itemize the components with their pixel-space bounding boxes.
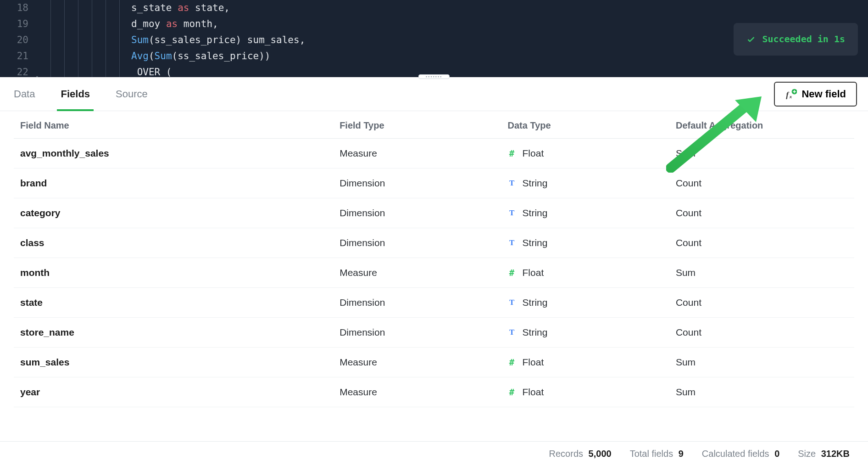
col-field-type[interactable]: Field Type: [333, 111, 501, 139]
metric-records: Records 5,000: [549, 449, 612, 459]
data-type-cell: TString: [501, 288, 669, 318]
data-type-cell: TString: [501, 198, 669, 228]
result-tabs: DataFieldsSource f x New field: [0, 77, 868, 111]
table-row[interactable]: stateDimensionTStringCount: [14, 288, 854, 318]
field-name-cell: state: [14, 288, 333, 318]
data-type-label: String: [523, 208, 548, 219]
editor-line[interactable]: 18s_state as state,: [0, 0, 868, 16]
new-field-button[interactable]: f x New field: [774, 82, 857, 107]
field-type-cell: Measure: [333, 258, 501, 288]
query-status-badge: Succeeded in 1s: [734, 23, 858, 56]
check-icon: [746, 35, 756, 44]
line-number: 18: [0, 0, 41, 16]
field-name-cell: month: [14, 258, 333, 288]
data-type-cell: TString: [501, 228, 669, 258]
line-number: 21: [0, 48, 41, 64]
data-type-label: String: [523, 327, 548, 338]
table-row[interactable]: avg_monthly_salesMeasure#FloatSum: [14, 139, 854, 168]
data-type-cell: TString: [501, 168, 669, 198]
metric-calc-fields: Calculated fields 0: [702, 449, 779, 459]
default-agg-cell: Sum: [669, 258, 854, 288]
sql-editor[interactable]: 18s_state as state,19d_moy as month,20Su…: [0, 0, 868, 77]
status-bar: Records 5,000 Total fields 9 Calculated …: [0, 441, 868, 466]
number-type-icon: #: [508, 357, 516, 367]
number-type-icon: #: [508, 148, 516, 158]
field-type-cell: Dimension: [333, 168, 501, 198]
field-type-cell: Measure: [333, 139, 501, 168]
data-type-cell: #Float: [501, 258, 669, 288]
field-name-cell: class: [14, 228, 333, 258]
string-type-icon: T: [508, 179, 516, 188]
default-agg-cell: Sum: [669, 348, 854, 377]
tab-fields[interactable]: Fields: [61, 77, 90, 111]
data-type-label: Float: [523, 267, 544, 278]
default-agg-cell: Sum: [669, 139, 854, 168]
number-type-icon: #: [508, 268, 516, 278]
metric-size: Size 312KB: [798, 449, 850, 459]
field-name-cell: sum_sales: [14, 348, 333, 377]
data-type-cell: TString: [501, 318, 669, 348]
line-number: 20: [0, 32, 41, 48]
data-type-label: String: [523, 178, 548, 189]
metric-total-fields: Total fields 9: [630, 449, 684, 459]
field-name-cell: brand: [14, 168, 333, 198]
data-type-label: Float: [523, 387, 544, 398]
query-status-text: Succeeded in 1s: [762, 31, 845, 47]
line-number: 22▾: [0, 64, 41, 77]
default-agg-cell: Sum: [669, 377, 854, 407]
fx-plus-icon: f x: [785, 88, 797, 100]
collapse-chevron-icon[interactable]: ▾: [35, 69, 39, 77]
data-type-label: String: [523, 297, 548, 308]
col-data-type[interactable]: Data Type: [501, 111, 669, 139]
default-agg-cell: Count: [669, 228, 854, 258]
data-type-label: Float: [523, 357, 544, 368]
fields-table: Field Name Field Type Data Type Default …: [14, 111, 854, 407]
field-name-cell: year: [14, 377, 333, 407]
field-name-cell: store_name: [14, 318, 333, 348]
table-row[interactable]: sum_salesMeasure#FloatSum: [14, 348, 854, 377]
string-type-icon: T: [508, 298, 516, 307]
field-type-cell: Measure: [333, 348, 501, 377]
table-row[interactable]: brandDimensionTStringCount: [14, 168, 854, 198]
data-type-label: Float: [523, 148, 544, 159]
code-content[interactable]: d_moy as month,: [41, 16, 218, 32]
fields-table-wrap: Field Name Field Type Data Type Default …: [0, 111, 868, 407]
panel-resize-handle[interactable]: ▪▪▪▪▪▪▪: [418, 74, 450, 79]
code-content[interactable]: Avg(Sum(ss_sales_price)): [41, 48, 270, 64]
default-agg-cell: Count: [669, 168, 854, 198]
table-row[interactable]: monthMeasure#FloatSum: [14, 258, 854, 288]
data-type-cell: #Float: [501, 139, 669, 168]
col-default-agg[interactable]: Default Aggregation: [669, 111, 854, 139]
svg-text:x: x: [789, 93, 792, 99]
default-agg-cell: Count: [669, 198, 854, 228]
data-type-cell: #Float: [501, 377, 669, 407]
string-type-icon: T: [508, 238, 516, 247]
tab-data[interactable]: Data: [14, 77, 35, 111]
new-field-label: New field: [801, 88, 846, 100]
line-number: 19: [0, 16, 41, 32]
default-agg-cell: Count: [669, 318, 854, 348]
tab-source[interactable]: Source: [116, 77, 148, 111]
field-type-cell: Dimension: [333, 318, 501, 348]
string-type-icon: T: [508, 328, 516, 337]
code-content[interactable]: s_state as state,: [41, 0, 230, 16]
field-name-cell: category: [14, 198, 333, 228]
code-content[interactable]: OVER (: [41, 64, 172, 77]
default-agg-cell: Count: [669, 288, 854, 318]
table-row[interactable]: categoryDimensionTStringCount: [14, 198, 854, 228]
field-type-cell: Dimension: [333, 288, 501, 318]
table-row[interactable]: store_nameDimensionTStringCount: [14, 318, 854, 348]
code-content[interactable]: Sum(ss_sales_price) sum_sales,: [41, 32, 305, 48]
field-type-cell: Dimension: [333, 228, 501, 258]
table-row[interactable]: classDimensionTStringCount: [14, 228, 854, 258]
field-type-cell: Measure: [333, 377, 501, 407]
table-header-row: Field Name Field Type Data Type Default …: [14, 111, 854, 139]
data-type-cell: #Float: [501, 348, 669, 377]
data-type-label: String: [523, 237, 548, 248]
table-row[interactable]: yearMeasure#FloatSum: [14, 377, 854, 407]
col-field-name[interactable]: Field Name: [14, 111, 333, 139]
string-type-icon: T: [508, 208, 516, 218]
field-type-cell: Dimension: [333, 198, 501, 228]
field-name-cell: avg_monthly_sales: [14, 139, 333, 168]
number-type-icon: #: [508, 387, 516, 397]
